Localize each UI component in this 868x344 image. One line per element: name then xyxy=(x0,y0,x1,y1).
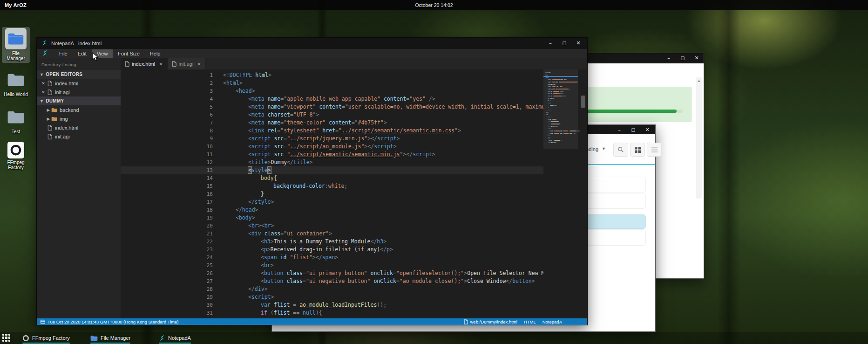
taskbar-item-notepada[interactable]: NotepadA xyxy=(156,332,194,344)
status-file-path[interactable]: web:/Dummy/index.html xyxy=(470,319,517,324)
minimap-line xyxy=(549,133,551,134)
sidebar-section-open-editors[interactable]: ▼OPEN EDITORS xyxy=(37,70,121,79)
sidebar-item-init-agi[interactable]: ✕init.agi xyxy=(37,88,121,96)
desktop-icon-file-manager[interactable]: File Manager xyxy=(2,27,30,63)
code-line-31[interactable]: 31if (flist == null){ xyxy=(121,309,543,317)
code-line-5[interactable]: 5<meta name="viewport" content="user-sca… xyxy=(121,103,543,111)
code-line-6[interactable]: 6<meta charset="UTF-8"> xyxy=(121,111,543,119)
menu-view[interactable]: View xyxy=(92,49,113,58)
notepada-titlebar[interactable]: NotepadA - index.html – ◻ ✕ xyxy=(37,38,587,49)
list-view-button[interactable] xyxy=(647,143,662,157)
notepada-menubar: FileEditViewFont SizeHelp xyxy=(37,49,587,58)
code-line-2[interactable]: 2<html> xyxy=(121,79,543,87)
menu-font-size[interactable]: Font Size xyxy=(113,49,144,58)
code-line-13[interactable]: 13<style> xyxy=(121,166,543,174)
desktop-icon-test[interactable]: Test xyxy=(2,106,30,134)
close-icon[interactable]: ✕ xyxy=(693,53,700,63)
chevron-down-icon: ▼ xyxy=(40,99,44,103)
sidebar-item-backend[interactable]: ▶backend xyxy=(37,105,121,114)
close-icon[interactable]: ✕ xyxy=(41,81,46,86)
notepada-logo-icon xyxy=(159,335,165,341)
code-line-25[interactable]: 25<br> xyxy=(121,261,543,269)
code-line-22[interactable]: 22<h3>This is a Dummy Testing Module</h3… xyxy=(121,238,543,246)
code-line-24[interactable]: 24<span id="flist"></span> xyxy=(121,254,543,261)
code-line-3[interactable]: 3<head> xyxy=(121,87,543,95)
minimap-line xyxy=(559,89,568,89)
chevron-down-icon[interactable]: ▼ xyxy=(602,146,606,151)
sidebar-item-init-agi[interactable]: init.agi xyxy=(37,132,121,141)
minimap-line xyxy=(549,121,550,122)
minimap-line xyxy=(561,91,563,92)
menu-help[interactable]: Help xyxy=(145,49,166,58)
grid-view-icon xyxy=(635,147,641,153)
grid-view-button[interactable] xyxy=(630,143,645,157)
tab-init-agi[interactable]: init.agi✕ xyxy=(168,58,206,69)
maximize-icon[interactable]: ◻ xyxy=(630,125,637,135)
code-line-19[interactable]: 19<body> xyxy=(121,214,543,222)
code-line-16[interactable]: 16} xyxy=(121,190,543,198)
code-line-20[interactable]: 20<br><br> xyxy=(121,222,543,230)
close-icon[interactable]: ✕ xyxy=(197,62,201,67)
editor-scrollbar[interactable] xyxy=(580,69,586,318)
menu-edit[interactable]: Edit xyxy=(73,49,92,58)
sidebar-item-index-html[interactable]: index.html xyxy=(37,123,121,132)
code-line-29[interactable]: 29<script> xyxy=(121,293,543,301)
code-line-9[interactable]: 9<script src="../script/jquery.min.js"><… xyxy=(121,135,543,143)
line-number: 16 xyxy=(201,190,213,198)
code-line-26[interactable]: 26<button class="ui primary button" oncl… xyxy=(121,269,543,277)
minimap-line xyxy=(549,128,550,129)
code-line-11[interactable]: 11<script src="../script/semantic/semant… xyxy=(121,151,543,158)
code-line-1[interactable]: 1<!DOCTYPE html> xyxy=(121,71,543,79)
code-line-15[interactable]: 15background-color:white; xyxy=(121,182,543,190)
code-line-4[interactable]: 4<meta name="apple-mobile-web-app-capabl… xyxy=(121,95,543,103)
code-line-30[interactable]: 30var flist = ao_module_loadInputFiles()… xyxy=(121,301,543,309)
minimize-icon[interactable]: – xyxy=(616,125,623,135)
minimap-line xyxy=(548,91,549,92)
taskbar-item-file-manager[interactable]: File Manager xyxy=(88,332,133,344)
desktop-icon-hello-world[interactable]: Hello World xyxy=(2,69,30,97)
close-icon[interactable]: ✕ xyxy=(644,125,651,135)
app-launcher-grid-icon[interactable] xyxy=(2,334,10,342)
code-line-23[interactable]: 23<p>Received drag-in filelist (if any)<… xyxy=(121,246,543,254)
tab-index-html[interactable]: index.html✕ xyxy=(121,58,168,69)
ffmpeg-scrollbar[interactable]: ▲ xyxy=(696,77,702,199)
code-line-27[interactable]: 27<button class="ui negative button" onC… xyxy=(121,277,543,285)
code-line-8[interactable]: 8<link rel="stylesheet" href="../script/… xyxy=(121,127,543,135)
minimap-line xyxy=(549,77,549,78)
scrollbar-thumb[interactable] xyxy=(581,96,585,108)
code-line-18[interactable]: 18</head> xyxy=(121,206,543,214)
minimap-line xyxy=(560,121,560,122)
maximize-icon[interactable]: ◻ xyxy=(561,38,568,48)
minimize-icon[interactable]: – xyxy=(547,38,554,48)
desktop-icon-ffmpeg-factory[interactable]: FFmpeg Factory xyxy=(2,142,30,170)
status-datetime: Tue Oct 20 2020 14:01:43 GMT+0800 (Hong … xyxy=(47,319,178,324)
sidebar-section-dummy[interactable]: ▼DUMMY xyxy=(37,96,121,105)
code-line-7[interactable]: 7<meta name="theme-color" content="#4b75… xyxy=(121,119,543,127)
search-button[interactable] xyxy=(613,143,628,157)
code-line-21[interactable]: 21<div class="ui container"> xyxy=(121,230,543,238)
code-editor[interactable]: 1<!DOCTYPE html>2<html>3<head>4<meta nam… xyxy=(121,69,543,318)
minimize-icon[interactable]: – xyxy=(665,53,672,63)
code-line-12[interactable]: 12<title>Dummy</title> xyxy=(121,158,543,166)
code-line-17[interactable]: 17</style> xyxy=(121,198,543,206)
minimap-line xyxy=(561,124,561,124)
close-icon[interactable]: ✕ xyxy=(159,62,163,67)
code-line-28[interactable]: 28</div> xyxy=(121,285,543,293)
sidebar-item-index-html[interactable]: ✕index.html xyxy=(37,79,121,88)
scroll-up-icon[interactable]: ▲ xyxy=(696,77,702,83)
code-line-10[interactable]: 10<script src="../script/ao_module.js"><… xyxy=(121,143,543,151)
maximize-icon[interactable]: ◻ xyxy=(679,53,686,63)
close-icon[interactable]: ✕ xyxy=(575,38,582,48)
minimap-line xyxy=(556,86,556,87)
sidebar-item-img[interactable]: ▶img xyxy=(37,114,121,123)
taskbar-item-ffmpeg-factory[interactable]: FFmpeg Factory xyxy=(20,332,73,344)
desktop-icon-label: Test xyxy=(2,129,29,134)
close-icon[interactable]: ✕ xyxy=(41,90,46,95)
minimap-line xyxy=(574,133,575,134)
code-line-14[interactable]: 14body{ xyxy=(121,174,543,182)
status-language[interactable]: HTML xyxy=(524,319,536,324)
line-number: 11 xyxy=(201,151,213,158)
menu-file[interactable]: File xyxy=(54,49,73,58)
line-number: 27 xyxy=(201,277,213,285)
minimap[interactable] xyxy=(543,69,578,318)
